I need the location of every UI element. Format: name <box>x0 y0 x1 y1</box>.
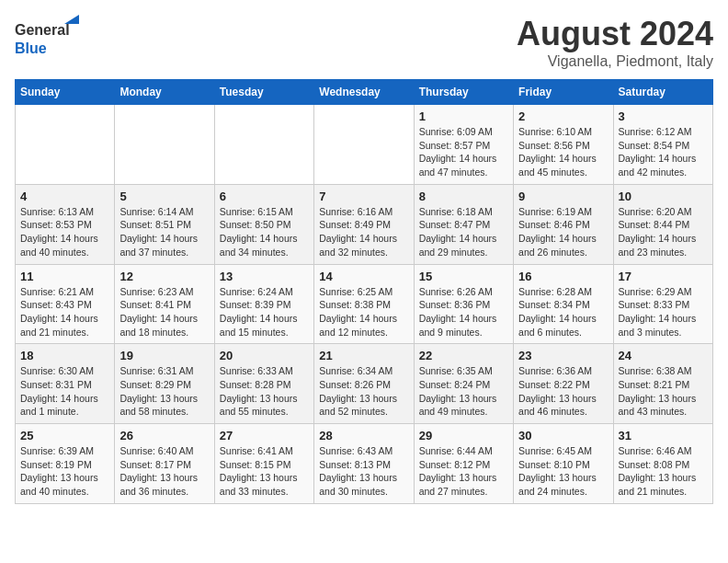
day-number: 11 <box>20 270 109 283</box>
day-number: 20 <box>220 349 309 362</box>
calendar-table: Sunday Monday Tuesday Wednesday Thursday… <box>15 79 713 504</box>
day-content: Sunrise: 6:16 AM Sunset: 8:49 PM Dayligh… <box>319 205 408 259</box>
day-number: 3 <box>619 109 708 123</box>
table-row: 17Sunrise: 6:29 AM Sunset: 8:33 PM Dayli… <box>613 264 712 344</box>
table-row: 2Sunrise: 6:10 AM Sunset: 8:56 PM Daylig… <box>514 105 613 185</box>
day-content: Sunrise: 6:41 AM Sunset: 8:15 PM Dayligh… <box>220 444 309 499</box>
day-content: Sunrise: 6:25 AM Sunset: 8:38 PM Dayligh… <box>319 285 408 339</box>
day-number: 5 <box>119 190 209 203</box>
day-content: Sunrise: 6:44 AM Sunset: 8:12 PM Dayligh… <box>419 444 508 499</box>
table-row: 12Sunrise: 6:23 AM Sunset: 8:41 PM Dayli… <box>115 264 214 344</box>
table-row: 26Sunrise: 6:40 AM Sunset: 8:17 PM Dayli… <box>115 424 214 504</box>
table-row: 10Sunrise: 6:20 AM Sunset: 8:44 PM Dayli… <box>613 184 712 264</box>
day-number: 4 <box>20 190 109 203</box>
day-number: 15 <box>419 270 508 283</box>
day-number: 24 <box>619 349 708 362</box>
day-content: Sunrise: 6:46 AM Sunset: 8:08 PM Dayligh… <box>619 444 708 499</box>
day-number: 2 <box>518 109 608 123</box>
day-content: Sunrise: 6:43 AM Sunset: 8:13 PM Dayligh… <box>319 444 408 499</box>
day-content: Sunrise: 6:24 AM Sunset: 8:39 PM Dayligh… <box>220 285 309 339</box>
day-number: 8 <box>419 190 508 203</box>
day-number: 25 <box>20 429 109 442</box>
day-number: 28 <box>319 429 408 442</box>
table-row: 4Sunrise: 6:13 AM Sunset: 8:53 PM Daylig… <box>16 184 115 264</box>
table-row: 27Sunrise: 6:41 AM Sunset: 8:15 PM Dayli… <box>214 424 313 504</box>
logo-svg: General Blue <box>15 15 79 65</box>
day-number: 6 <box>220 190 309 203</box>
header-monday: Monday <box>115 80 214 105</box>
day-number: 9 <box>518 190 608 203</box>
day-number: 13 <box>220 270 309 283</box>
day-number: 7 <box>319 190 408 203</box>
table-row: 1Sunrise: 6:09 AM Sunset: 8:57 PM Daylig… <box>414 105 513 185</box>
day-number: 21 <box>319 349 408 362</box>
day-content: Sunrise: 6:14 AM Sunset: 8:51 PM Dayligh… <box>119 205 209 259</box>
page-header: General Blue August 2024 Viganella, Pied… <box>15 15 713 70</box>
day-number: 19 <box>119 349 209 362</box>
table-row: 8Sunrise: 6:18 AM Sunset: 8:47 PM Daylig… <box>414 184 513 264</box>
table-row: 5Sunrise: 6:14 AM Sunset: 8:51 PM Daylig… <box>115 184 214 264</box>
table-row <box>214 105 313 185</box>
day-content: Sunrise: 6:39 AM Sunset: 8:19 PM Dayligh… <box>20 444 109 499</box>
day-number: 31 <box>619 429 708 442</box>
table-row: 30Sunrise: 6:45 AM Sunset: 8:10 PM Dayli… <box>514 424 613 504</box>
day-content: Sunrise: 6:19 AM Sunset: 8:46 PM Dayligh… <box>518 205 608 259</box>
day-content: Sunrise: 6:09 AM Sunset: 8:57 PM Dayligh… <box>419 125 508 179</box>
table-row: 3Sunrise: 6:12 AM Sunset: 8:54 PM Daylig… <box>613 105 712 185</box>
day-number: 18 <box>20 349 109 362</box>
calendar-subtitle: Viganella, Piedmont, Italy <box>517 53 713 70</box>
day-number: 22 <box>419 349 508 362</box>
table-row: 11Sunrise: 6:21 AM Sunset: 8:43 PM Dayli… <box>16 264 115 344</box>
table-row: 23Sunrise: 6:36 AM Sunset: 8:22 PM Dayli… <box>514 344 613 424</box>
table-row: 14Sunrise: 6:25 AM Sunset: 8:38 PM Dayli… <box>314 264 414 344</box>
day-number: 1 <box>419 109 508 123</box>
day-number: 29 <box>419 429 508 442</box>
day-content: Sunrise: 6:31 AM Sunset: 8:29 PM Dayligh… <box>119 364 209 419</box>
day-number: 26 <box>119 429 209 442</box>
table-row: 31Sunrise: 6:46 AM Sunset: 8:08 PM Dayli… <box>613 424 712 504</box>
svg-text:Blue: Blue <box>15 40 47 56</box>
header-saturday: Saturday <box>613 80 712 105</box>
day-number: 23 <box>518 349 608 362</box>
table-row: 16Sunrise: 6:28 AM Sunset: 8:34 PM Dayli… <box>514 264 613 344</box>
svg-text:General: General <box>15 22 70 38</box>
calendar-header-row: Sunday Monday Tuesday Wednesday Thursday… <box>16 80 713 105</box>
day-content: Sunrise: 6:36 AM Sunset: 8:22 PM Dayligh… <box>518 364 608 419</box>
svg-marker-2 <box>64 15 79 24</box>
table-row: 24Sunrise: 6:38 AM Sunset: 8:21 PM Dayli… <box>613 344 712 424</box>
day-number: 12 <box>119 270 209 283</box>
day-content: Sunrise: 6:30 AM Sunset: 8:31 PM Dayligh… <box>20 364 109 419</box>
day-content: Sunrise: 6:20 AM Sunset: 8:44 PM Dayligh… <box>619 205 708 259</box>
day-number: 14 <box>319 270 408 283</box>
day-content: Sunrise: 6:10 AM Sunset: 8:56 PM Dayligh… <box>518 125 608 179</box>
day-content: Sunrise: 6:35 AM Sunset: 8:24 PM Dayligh… <box>419 364 508 419</box>
table-row: 25Sunrise: 6:39 AM Sunset: 8:19 PM Dayli… <box>16 424 115 504</box>
day-number: 17 <box>619 270 708 283</box>
header-friday: Friday <box>514 80 613 105</box>
table-row <box>16 105 115 185</box>
calendar-title: August 2024 <box>517 15 713 53</box>
day-content: Sunrise: 6:23 AM Sunset: 8:41 PM Dayligh… <box>119 285 209 339</box>
day-number: 10 <box>619 190 708 203</box>
table-row: 20Sunrise: 6:33 AM Sunset: 8:28 PM Dayli… <box>214 344 313 424</box>
day-content: Sunrise: 6:40 AM Sunset: 8:17 PM Dayligh… <box>119 444 209 499</box>
day-content: Sunrise: 6:33 AM Sunset: 8:28 PM Dayligh… <box>220 364 309 419</box>
day-number: 30 <box>518 429 608 442</box>
logo: General Blue <box>15 15 79 65</box>
header-tuesday: Tuesday <box>214 80 313 105</box>
day-content: Sunrise: 6:38 AM Sunset: 8:21 PM Dayligh… <box>619 364 708 419</box>
table-row: 15Sunrise: 6:26 AM Sunset: 8:36 PM Dayli… <box>414 264 513 344</box>
day-number: 16 <box>518 270 608 283</box>
table-row: 18Sunrise: 6:30 AM Sunset: 8:31 PM Dayli… <box>16 344 115 424</box>
day-content: Sunrise: 6:34 AM Sunset: 8:26 PM Dayligh… <box>319 364 408 419</box>
day-content: Sunrise: 6:45 AM Sunset: 8:10 PM Dayligh… <box>518 444 608 499</box>
day-content: Sunrise: 6:18 AM Sunset: 8:47 PM Dayligh… <box>419 205 508 259</box>
table-row <box>115 105 214 185</box>
table-row: 19Sunrise: 6:31 AM Sunset: 8:29 PM Dayli… <box>115 344 214 424</box>
table-row: 13Sunrise: 6:24 AM Sunset: 8:39 PM Dayli… <box>214 264 313 344</box>
header-wednesday: Wednesday <box>314 80 414 105</box>
title-block: August 2024 Viganella, Piedmont, Italy <box>517 15 713 70</box>
day-content: Sunrise: 6:28 AM Sunset: 8:34 PM Dayligh… <box>518 285 608 339</box>
day-number: 27 <box>220 429 309 442</box>
day-content: Sunrise: 6:12 AM Sunset: 8:54 PM Dayligh… <box>619 125 708 179</box>
